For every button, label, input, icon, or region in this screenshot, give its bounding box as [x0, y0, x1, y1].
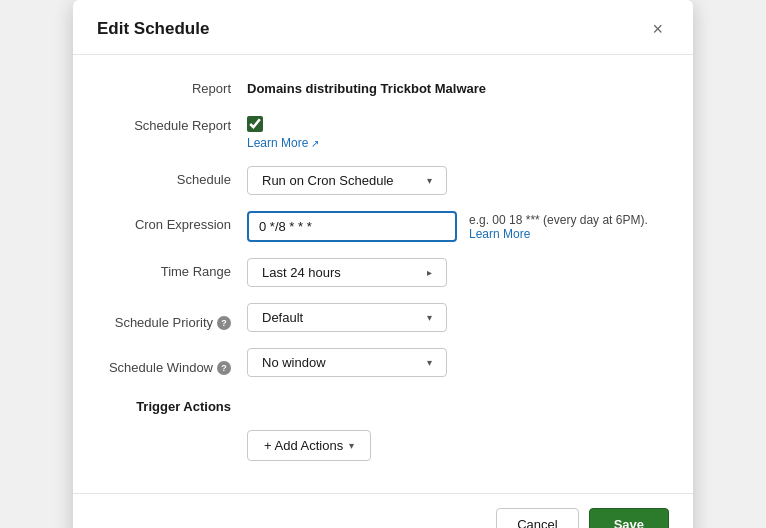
- schedule-priority-label-wrapper: Schedule Priority ?: [97, 303, 247, 330]
- cron-input-wrapper: e.g. 00 18 *** (every day at 6PM). Learn…: [247, 211, 669, 242]
- add-actions-spacer: [97, 430, 247, 436]
- schedule-report-label: Schedule Report: [97, 112, 247, 133]
- schedule-value: Run on Cron Schedule ▾: [247, 166, 669, 195]
- edit-schedule-dialog: Edit Schedule × Report Domains distribut…: [73, 0, 693, 528]
- trigger-actions-label: Trigger Actions: [97, 393, 247, 414]
- report-value-wrapper: Domains distributing Trickbot Malware: [247, 75, 669, 96]
- cron-hint-text: e.g. 00 18 *** (every day at 6PM).: [469, 213, 648, 227]
- add-actions-text: + Add Actions: [264, 438, 343, 453]
- schedule-dropdown[interactable]: Run on Cron Schedule ▾: [247, 166, 447, 195]
- priority-label-group: Schedule Priority ?: [115, 309, 231, 330]
- schedule-label: Schedule: [97, 166, 247, 187]
- dialog-footer: Cancel Save: [73, 493, 693, 528]
- cron-hint: e.g. 00 18 *** (every day at 6PM). Learn…: [469, 213, 669, 241]
- trigger-actions-row: Trigger Actions: [97, 393, 669, 414]
- schedule-report-checkbox[interactable]: [247, 116, 263, 132]
- time-range-label: Time Range: [97, 258, 247, 279]
- dialog-title: Edit Schedule: [97, 19, 209, 39]
- report-label: Report: [97, 75, 247, 96]
- cron-learn-more-text: Learn More: [469, 227, 530, 241]
- chevron-down-icon-time: ▸: [427, 267, 432, 278]
- add-actions-row: + Add Actions ▾: [97, 430, 669, 461]
- schedule-report-value: Learn More ↗: [247, 112, 669, 150]
- close-button[interactable]: ×: [646, 18, 669, 40]
- chevron-down-icon: ▾: [427, 175, 432, 186]
- time-range-row: Time Range Last 24 hours ▸: [97, 258, 669, 287]
- window-help-icon[interactable]: ?: [217, 361, 231, 375]
- time-range-value: Last 24 hours ▸: [247, 258, 669, 287]
- schedule-priority-value: Default ▾: [247, 303, 669, 332]
- window-dropdown-text: No window: [262, 355, 326, 370]
- report-name: Domains distributing Trickbot Malware: [247, 75, 486, 96]
- cron-value-wrapper: e.g. 00 18 *** (every day at 6PM). Learn…: [247, 211, 669, 242]
- chevron-down-icon-actions: ▾: [349, 440, 354, 451]
- chevron-down-icon-priority: ▾: [427, 312, 432, 323]
- schedule-report-row: Schedule Report Learn More ↗: [97, 112, 669, 150]
- learn-more-link[interactable]: Learn More ↗: [247, 136, 319, 150]
- schedule-priority-row: Schedule Priority ? Default ▾: [97, 303, 669, 332]
- dialog-header: Edit Schedule ×: [73, 0, 693, 55]
- window-label-group: Schedule Window ?: [109, 354, 231, 375]
- cron-expression-input[interactable]: [247, 211, 457, 242]
- priority-dropdown-text: Default: [262, 310, 303, 325]
- schedule-priority-label: Schedule Priority: [115, 315, 213, 330]
- external-link-icon: ↗: [311, 138, 319, 149]
- schedule-priority-dropdown[interactable]: Default ▾: [247, 303, 447, 332]
- schedule-window-value: No window ▾: [247, 348, 669, 377]
- checkbox-wrapper: [247, 112, 263, 132]
- chevron-down-icon-window: ▾: [427, 357, 432, 368]
- add-actions-value: + Add Actions ▾: [247, 430, 669, 461]
- report-row: Report Domains distributing Trickbot Mal…: [97, 75, 669, 96]
- add-actions-button[interactable]: + Add Actions ▾: [247, 430, 371, 461]
- schedule-window-label-wrapper: Schedule Window ?: [97, 348, 247, 375]
- cron-label: Cron Expression: [97, 211, 247, 232]
- dialog-body: Report Domains distributing Trickbot Mal…: [73, 55, 693, 493]
- cancel-button[interactable]: Cancel: [496, 508, 578, 528]
- learn-more-text: Learn More: [247, 136, 308, 150]
- time-range-dropdown-text: Last 24 hours: [262, 265, 341, 280]
- schedule-window-label: Schedule Window: [109, 360, 213, 375]
- priority-help-icon[interactable]: ?: [217, 316, 231, 330]
- cron-expression-row: Cron Expression e.g. 00 18 *** (every da…: [97, 211, 669, 242]
- schedule-window-dropdown[interactable]: No window ▾: [247, 348, 447, 377]
- schedule-row: Schedule Run on Cron Schedule ▾: [97, 166, 669, 195]
- schedule-window-row: Schedule Window ? No window ▾: [97, 348, 669, 377]
- save-button[interactable]: Save: [589, 508, 669, 528]
- schedule-dropdown-text: Run on Cron Schedule: [262, 173, 394, 188]
- cron-learn-more-link[interactable]: Learn More: [469, 227, 530, 241]
- time-range-dropdown[interactable]: Last 24 hours ▸: [247, 258, 447, 287]
